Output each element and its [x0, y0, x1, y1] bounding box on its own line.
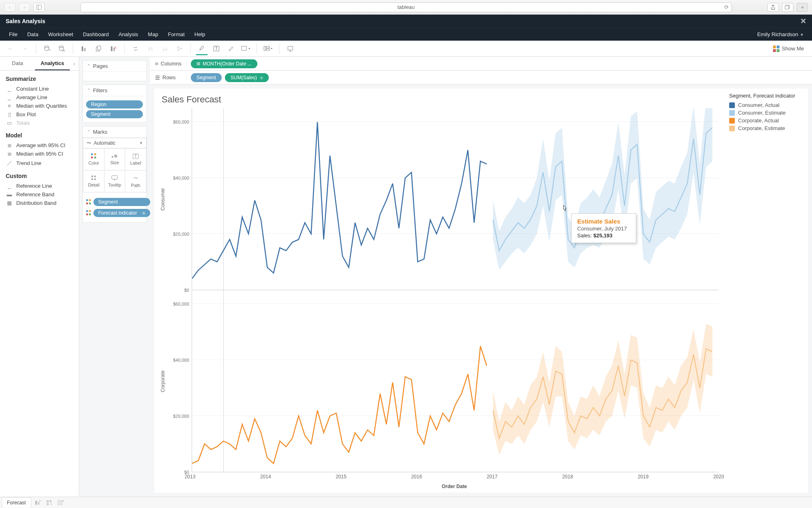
- close-button[interactable]: ✕: [800, 17, 806, 26]
- rows-pill-segment[interactable]: Segment: [191, 73, 222, 82]
- panel-label: Corporate: [158, 290, 167, 472]
- new-sheet-button[interactable]: [78, 43, 90, 55]
- url-bar[interactable]: tableau ⟳: [80, 2, 732, 12]
- mark-size-button[interactable]: Size: [104, 148, 125, 170]
- sort-desc-button[interactable]: [159, 43, 171, 55]
- pages-card-head[interactable]: ⌃Pages: [83, 61, 147, 72]
- analytics-item-median-quartiles[interactable]: ≡Median with Quartiles: [6, 102, 73, 110]
- user-menu[interactable]: Emily Richardson▼: [757, 31, 808, 37]
- new-story-icon: +: [57, 499, 64, 506]
- menu-format[interactable]: Format: [163, 31, 190, 37]
- analytics-item-average-line[interactable]: ⎯Average Line: [6, 93, 73, 102]
- svg-point-21: [114, 154, 117, 158]
- undo-button[interactable]: ←: [4, 43, 16, 55]
- tooltip-title: Estimate Sales: [577, 218, 630, 225]
- duplicate-button[interactable]: [93, 43, 105, 55]
- columns-shelf[interactable]: Columns ⊞MONTH(Order Date ...: [150, 57, 812, 71]
- forecast-pill-icon: ⎋: [260, 75, 263, 80]
- svg-rect-25: [94, 178, 96, 180]
- new-story-button[interactable]: +: [55, 498, 66, 508]
- fit-button[interactable]: ▾: [240, 43, 252, 55]
- menu-data[interactable]: Data: [22, 31, 43, 37]
- back-button[interactable]: ‹: [4, 3, 15, 12]
- menu-analysis[interactable]: Analysis: [114, 31, 143, 37]
- mark-tooltip-button[interactable]: Tooltip: [104, 170, 125, 192]
- menu-help[interactable]: Help: [190, 31, 210, 37]
- analytics-item-ref-line[interactable]: ⎯Reference Line: [6, 182, 73, 190]
- plot-area[interactable]: Estimate SalesConsumer, July 2017Sales: …: [192, 108, 719, 290]
- database-plus-icon: +: [43, 45, 51, 52]
- filter-pill-region[interactable]: Region: [86, 100, 143, 109]
- new-dashboard-button[interactable]: +: [43, 498, 55, 508]
- svg-rect-29: [158, 62, 158, 65]
- x-tick: 2016: [411, 474, 422, 480]
- tab-analytics[interactable]: Analytics: [35, 57, 70, 70]
- sidebar-toggle-button[interactable]: [33, 3, 45, 12]
- rows-shelf[interactable]: Rows Segment SUM(Sales)⎋: [150, 71, 812, 85]
- label-icon: T: [133, 154, 138, 159]
- share-button[interactable]: [767, 3, 779, 12]
- ref-line-icon: ⎯: [6, 183, 13, 189]
- highlight-button[interactable]: [196, 42, 208, 55]
- mark-color-button[interactable]: Color: [83, 148, 104, 170]
- redo-button[interactable]: →: [19, 43, 31, 55]
- ci-icon: ≣: [6, 142, 13, 148]
- marks-card-head[interactable]: ⌃Marks: [83, 126, 147, 138]
- plot-area[interactable]: [192, 290, 719, 472]
- new-datasource-button[interactable]: +: [41, 43, 53, 55]
- mark-detail-button[interactable]: Detail: [83, 170, 104, 192]
- mark-pill-segment[interactable]: Segment: [93, 198, 150, 206]
- tooltip-subtitle: Consumer, July 2017: [577, 226, 630, 232]
- legend-item[interactable]: Consumer, Actual: [729, 101, 801, 109]
- label-toggle-button[interactable]: T: [210, 43, 222, 55]
- show-me-button[interactable]: Show Me: [773, 46, 808, 52]
- collapse-sidebar-button[interactable]: ‹: [70, 57, 79, 70]
- analytics-item-avg-ci[interactable]: ≣Average with 95% CI: [6, 141, 73, 150]
- menu-dashboard[interactable]: Dashboard: [78, 31, 114, 37]
- filters-card-head[interactable]: ⌃Filters: [83, 85, 147, 96]
- model-heading: Model: [6, 132, 73, 139]
- clear-button[interactable]: [107, 43, 119, 55]
- svg-rect-27: [155, 62, 156, 65]
- legend-item[interactable]: Corporate, Actual: [729, 117, 801, 124]
- caret-down-icon: ▼: [800, 33, 804, 37]
- mark-pill-forecast[interactable]: Forecast indicator⎋: [93, 209, 150, 217]
- analytics-item-constant-line[interactable]: ⎯Constant Line: [6, 85, 73, 93]
- rows-pill-sumsales[interactable]: SUM(Sales)⎋: [225, 73, 269, 82]
- sort-asc-button[interactable]: [144, 43, 156, 55]
- analytics-item-median-ci[interactable]: ≣Median with 95% CI: [6, 150, 73, 158]
- sheet-tab-forecast[interactable]: Forecast: [2, 497, 31, 508]
- menu-file[interactable]: File: [4, 31, 22, 37]
- legend-item[interactable]: Corporate, Estimate: [729, 124, 801, 132]
- y-tick: $60,000: [173, 302, 189, 306]
- chart-canvas[interactable]: Consumer$0$20,000$40,000$60,000Estimate …: [158, 108, 719, 472]
- forward-button[interactable]: ›: [19, 3, 30, 12]
- x-tick: 2018: [562, 474, 573, 480]
- tabs-button[interactable]: [782, 3, 793, 12]
- swap-button[interactable]: [130, 43, 142, 55]
- tab-data[interactable]: Data: [0, 57, 35, 70]
- menu-worksheet[interactable]: Worksheet: [43, 31, 78, 37]
- refresh-icon[interactable]: ⟳: [724, 4, 729, 10]
- analytics-item-dist-band[interactable]: ▦Distribution Band: [6, 199, 73, 207]
- marks-card: ⌃Marks 〜Automatic ▼ Color Size TLabel De…: [82, 126, 147, 223]
- new-tab-button[interactable]: ＋: [797, 3, 808, 12]
- mark-path-button[interactable]: 〜Path: [125, 170, 146, 192]
- format-button[interactable]: [225, 43, 237, 55]
- menu-map[interactable]: Map: [143, 31, 163, 37]
- new-worksheet-button[interactable]: +: [32, 498, 43, 508]
- analytics-item-trend-line[interactable]: ／Trend Line: [6, 158, 73, 168]
- legend-item[interactable]: Consumer, Estimate: [729, 109, 801, 117]
- filter-pill-segment[interactable]: Segment: [86, 110, 143, 118]
- y-tick: $40,000: [173, 358, 189, 363]
- mark-type-select[interactable]: 〜Automatic ▼: [83, 138, 147, 148]
- analytics-item-box-plot[interactable]: ▯Box Plot: [6, 110, 73, 119]
- analytics-item-ref-band[interactable]: ▬Reference Band: [6, 190, 73, 199]
- cards-button[interactable]: ▾: [262, 43, 274, 55]
- columns-pill-month[interactable]: ⊞MONTH(Order Date ...: [191, 59, 257, 68]
- viz-title[interactable]: Sales Forecast: [162, 94, 719, 105]
- totals-button[interactable]: Σ▾: [173, 43, 186, 55]
- presentation-button[interactable]: [284, 43, 296, 55]
- pause-datasource-button[interactable]: [56, 43, 68, 55]
- mark-label-button[interactable]: TLabel: [125, 148, 146, 170]
